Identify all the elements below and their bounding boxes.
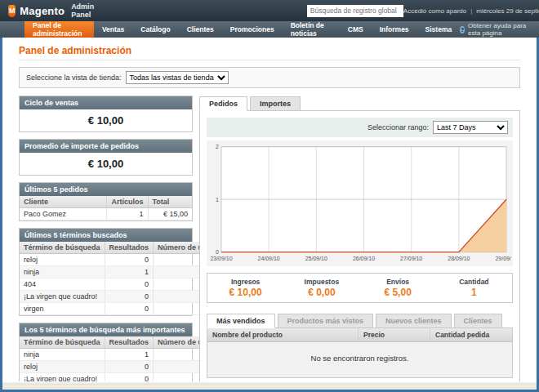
table-row[interactable]: reloj02: [20, 361, 220, 373]
nav-item-newsletter[interactable]: Boletín de noticias: [283, 21, 340, 38]
nav-item-sales[interactable]: Ventas: [94, 21, 132, 38]
stat-label: Cantidad: [436, 278, 512, 286]
nav-item-promotions[interactable]: Promociones: [222, 21, 283, 38]
chart-y-tick-label: 0: [216, 249, 219, 255]
cell-results: 0: [105, 278, 154, 291]
last-orders-table: Cliente Artículos Total Paco Gomez 1 € 1…: [20, 196, 192, 220]
totals-bar: Ingresos € 10,00 Impuestos € 0,00 Envíos…: [207, 273, 513, 303]
top-search-terms-title: Los 5 términos de búsqueda más important…: [20, 323, 192, 336]
tab-amounts[interactable]: Importes: [250, 96, 301, 111]
stat-value: € 5,00: [360, 287, 436, 298]
nav-item-dashboard[interactable]: Panel de administración: [24, 21, 94, 38]
last-search-terms-card: Últimos 5 términos buscados Término de b…: [19, 228, 193, 316]
table-row[interactable]: 40401: [20, 278, 220, 291]
cell-term: reloj: [20, 361, 105, 373]
tab-most-viewed[interactable]: Productos más vistos: [278, 314, 374, 328]
average-orders-card: Promedio de importe de pedidos € 10,00: [19, 139, 193, 176]
orders-chart-container: 23/09/1024/09/1025/09/1026/09/1027/09/10…: [207, 140, 513, 266]
cell-results: 0: [105, 254, 154, 266]
stat-value: 1: [436, 287, 512, 298]
nav-item-system[interactable]: Sistema: [417, 21, 461, 38]
chart-y-tick-label: 1: [216, 197, 219, 203]
col-header-qty: Cantidad pedida: [430, 328, 512, 341]
table-row[interactable]: ¡La virgen que cuadro!02: [20, 291, 220, 303]
store-view-label: Seleccione la vista de tienda:: [26, 74, 122, 82]
global-search-input[interactable]: [307, 5, 403, 17]
cell-term: ¡La virgen que cuadro!: [20, 291, 105, 303]
table-row[interactable]: virgen01: [20, 303, 220, 315]
chart-x-tick-label: 28/09/10: [448, 256, 470, 261]
cell-results: 1: [105, 266, 154, 278]
page-frame: Panel de administración Seleccione la vi…: [0, 38, 539, 392]
stat-shipping: Envíos € 5,00: [360, 278, 436, 298]
stat-quantity: Cantidad 1: [436, 278, 512, 298]
logged-in-as: Accedió como apardo: [403, 7, 466, 15]
range-select[interactable]: Last 7 Days: [433, 121, 508, 134]
cell-term: virgen: [20, 303, 105, 315]
table-row[interactable]: Paco Gomez 1 € 15,00: [20, 208, 192, 220]
top-header: M Magento Admin Panel Accedió como apard…: [0, 0, 539, 21]
chart-y-tick-label: 2: [216, 144, 219, 149]
magento-logo-icon: M: [8, 5, 16, 17]
cell-results: 0: [105, 303, 154, 315]
col-header: Total: [148, 196, 192, 208]
orders-panel: Seleccionar rango: Last 7 Days 23/09/102…: [199, 110, 520, 381]
chart-x-tick-label: 27/09/10: [400, 256, 422, 261]
bottom-frame-strip: [2, 381, 537, 390]
stat-label: Envíos: [360, 278, 436, 286]
col-header-price: Precio: [359, 328, 430, 341]
table-row[interactable]: ¡La virgen que cuadro!02: [20, 373, 220, 382]
col-header-product: Nombre del producto: [207, 328, 359, 341]
lifetime-sales-value: € 10,00: [20, 109, 192, 131]
cell-term: reloj: [20, 254, 105, 266]
cell-total: € 15,00: [148, 208, 192, 220]
nav-item-reports[interactable]: Informes: [372, 21, 417, 38]
tab-orders[interactable]: Pedidos: [199, 96, 247, 111]
table-row[interactable]: ninja110: [20, 266, 220, 278]
bestsellers-panel: Nombre del producto Precio Cantidad pedi…: [207, 327, 513, 378]
brand-name: Magento: [20, 5, 65, 17]
average-orders-value: € 10,00: [20, 153, 192, 175]
help-label: Obtener ayuda para esta página: [468, 22, 529, 37]
last-orders-card: Últimos 5 pedidos Cliente Artículos Tota…: [19, 182, 193, 221]
tab-new-customers[interactable]: Nuevos clientes: [376, 314, 452, 328]
cell-term: ninja: [20, 266, 105, 278]
store-view-switcher: Seleccione la vista de tienda: Todas las…: [19, 67, 520, 88]
chart-x-tick-label: 25/09/10: [305, 256, 327, 261]
last-orders-title: Últimos 5 pedidos: [20, 183, 192, 196]
grid-tabs: Más vendidos Productos más vistos Nuevos…: [207, 313, 513, 327]
nav-item-customers[interactable]: Clientes: [179, 21, 222, 38]
tab-bestsellers[interactable]: Más vendidos: [207, 314, 275, 328]
store-view-select[interactable]: Todas las vistas de tienda: [126, 71, 229, 84]
nav-item-catalog[interactable]: Catálogo: [132, 21, 178, 38]
chart-x-tick-label: 24/09/10: [258, 256, 280, 261]
chart-x-tick-label: 26/09/10: [353, 256, 375, 261]
chart-x-tick-label: 23/09/10: [210, 256, 232, 261]
nav-item-cms[interactable]: CMS: [340, 21, 372, 38]
table-row[interactable]: ninja110: [20, 349, 220, 361]
stat-value: € 10,00: [207, 287, 283, 298]
col-header: Resultados: [105, 242, 154, 254]
orders-chart: 23/09/1024/09/1025/09/1026/09/1027/09/10…: [208, 142, 511, 266]
help-icon: ?: [460, 26, 465, 33]
range-bar: Seleccionar rango: Last 7 Days: [207, 118, 513, 137]
range-label: Seleccionar rango:: [368, 123, 429, 131]
cell-results: 0: [105, 361, 154, 373]
lifetime-sales-title: Ciclo de ventas: [20, 96, 192, 109]
get-help-link[interactable]: ? Obtener ayuda para esta página: [460, 21, 539, 38]
average-orders-title: Promedio de importe de pedidos: [20, 140, 192, 153]
stat-tax: Impuestos € 0,00: [283, 278, 359, 298]
chart-x-tick-label: 29/09/10: [495, 256, 511, 261]
stat-value: € 0,00: [283, 287, 359, 298]
last-search-terms-table: Término de búsqueda Resultados Número de…: [20, 242, 220, 315]
cell-results: 0: [105, 291, 154, 303]
brand-suffix: Admin Panel: [71, 2, 99, 19]
page-title: Panel de administración: [19, 45, 520, 56]
bestsellers-header-row: Nombre del producto Precio Cantidad pedi…: [207, 328, 512, 342]
main-nav: Panel de administración Ventas Catálogo …: [0, 21, 539, 38]
tab-customers[interactable]: Clientes: [454, 314, 502, 328]
col-header: Término de búsqueda: [20, 336, 105, 349]
cell-term: ¡La virgen que cuadro!: [20, 373, 105, 382]
table-row[interactable]: reloj02: [20, 254, 220, 266]
top-search-terms-card: Los 5 términos de búsqueda más important…: [19, 323, 193, 381]
